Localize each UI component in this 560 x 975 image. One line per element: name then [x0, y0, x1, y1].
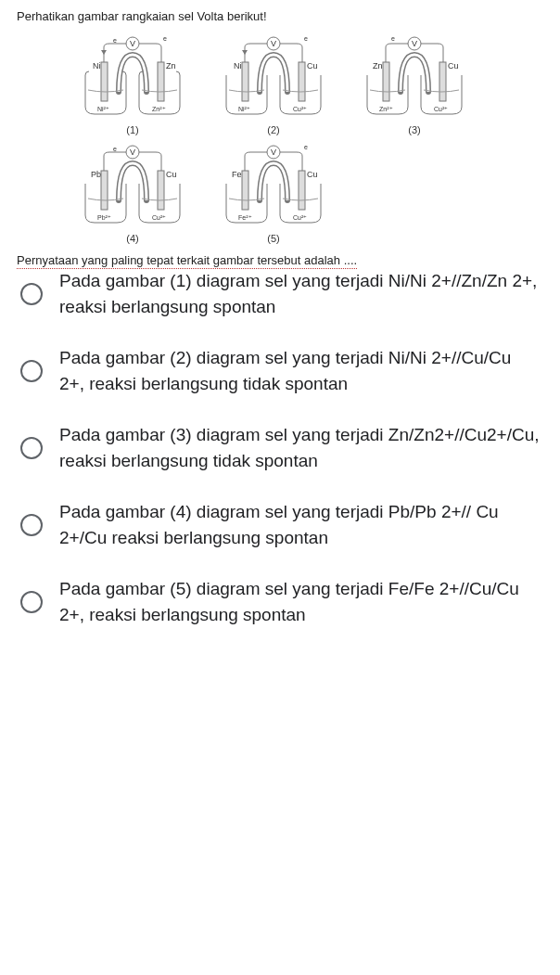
voltaic-cell-svg-3: V e Zn Cu Zn²⁺ Cu²⁺: [354, 34, 475, 122]
svg-text:V: V: [130, 39, 135, 48]
option-text: Pada gambar (4) diagram sel yang terjadi…: [59, 499, 540, 550]
svg-text:e: e: [304, 144, 308, 150]
voltaic-cell-svg-5: V e Fe Cu Fe²⁺ Cu²⁺: [213, 143, 334, 231]
svg-text:Fe²⁺: Fe²⁺: [238, 214, 252, 221]
svg-text:Cu: Cu: [307, 61, 318, 71]
svg-text:Cu²⁺: Cu²⁺: [152, 214, 166, 221]
option-text: Pada gambar (3) diagram sel yang terjadi…: [59, 422, 540, 473]
diagram-row-1: V e e Ni Zn Ni²⁺ Zn²⁺: [17, 34, 543, 135]
cell-label-1: (1): [126, 124, 138, 135]
cell-4: V e Pb Cu Pb²⁺ Cu²⁺ (4): [72, 143, 193, 244]
svg-text:Cu: Cu: [448, 61, 459, 71]
svg-text:Ni²⁺: Ni²⁺: [238, 106, 250, 112]
svg-text:V: V: [130, 148, 135, 157]
diagram-row-2: V e Pb Cu Pb²⁺ Cu²⁺ (4): [17, 143, 543, 244]
svg-rect-6: [158, 62, 164, 101]
svg-rect-15: [242, 62, 248, 101]
svg-text:Cu: Cu: [166, 170, 177, 179]
option-text: Pada gambar (1) diagram sel yang terjadi…: [59, 268, 540, 319]
answer-options: Pada gambar (1) diagram sel yang terjadi…: [17, 268, 543, 627]
svg-text:e: e: [163, 35, 167, 42]
svg-text:e: e: [113, 37, 117, 44]
svg-text:Zn²⁺: Zn²⁺: [379, 106, 393, 112]
svg-rect-33: [101, 171, 108, 210]
cell-1: V e e Ni Zn Ni²⁺ Zn²⁺: [72, 34, 193, 135]
cell-label-3: (3): [408, 124, 420, 135]
option-text: Pada gambar (5) diagram sel yang terjadi…: [59, 576, 540, 627]
radio-icon[interactable]: [20, 283, 43, 305]
svg-rect-42: [242, 171, 248, 210]
cell-2: V e Ni Cu Ni²⁺ Cu²⁺ (2): [213, 34, 334, 135]
option-1[interactable]: Pada gambar (1) diagram sel yang terjadi…: [20, 268, 540, 319]
radio-icon[interactable]: [20, 514, 43, 536]
svg-rect-43: [299, 171, 305, 210]
svg-text:e: e: [113, 146, 117, 152]
svg-marker-13: [242, 50, 248, 55]
svg-text:Fe: Fe: [232, 170, 242, 179]
instruction-text: Perhatikan gambar rangkaian sel Volta be…: [17, 9, 543, 23]
voltaic-cell-svg-4: V e Pb Cu Pb²⁺ Cu²⁺: [72, 143, 193, 231]
svg-text:e: e: [304, 35, 308, 42]
voltaic-cell-svg-2: V e Ni Cu Ni²⁺ Cu²⁺: [213, 34, 334, 122]
radio-icon[interactable]: [20, 437, 43, 459]
svg-text:Zn: Zn: [166, 61, 176, 71]
svg-rect-5: [101, 62, 108, 101]
svg-marker-2: [101, 50, 107, 55]
option-5[interactable]: Pada gambar (5) diagram sel yang terjadi…: [20, 576, 540, 627]
svg-text:Cu²⁺: Cu²⁺: [434, 106, 448, 112]
svg-rect-34: [158, 171, 164, 210]
option-text: Pada gambar (2) diagram sel yang terjadi…: [59, 345, 540, 396]
svg-text:Cu²⁺: Cu²⁺: [293, 106, 307, 112]
svg-text:Zn: Zn: [373, 61, 383, 71]
question-text: Pernyataan yang paling tepat terkait gam…: [17, 253, 357, 269]
svg-text:e: e: [391, 35, 395, 42]
svg-text:Ni: Ni: [93, 61, 101, 71]
svg-rect-24: [383, 62, 389, 101]
svg-text:Pb: Pb: [91, 170, 101, 179]
svg-text:Ni²⁺: Ni²⁺: [97, 106, 109, 112]
cell-5: V e Fe Cu Fe²⁺ Cu²⁺ (5): [213, 143, 334, 244]
svg-text:Cu²⁺: Cu²⁺: [293, 214, 307, 221]
svg-text:V: V: [271, 39, 276, 48]
cell-label-2: (2): [267, 124, 279, 135]
cell-label-5: (5): [267, 233, 279, 244]
radio-icon[interactable]: [20, 591, 43, 613]
svg-text:Pb²⁺: Pb²⁺: [97, 214, 111, 221]
svg-rect-16: [299, 62, 305, 101]
voltaic-cell-svg-1: V e e Ni Zn Ni²⁺ Zn²⁺: [72, 34, 193, 122]
svg-text:Cu: Cu: [307, 170, 318, 179]
svg-rect-25: [439, 62, 446, 101]
svg-text:Zn²⁺: Zn²⁺: [152, 106, 166, 112]
cell-3: V e Zn Cu Zn²⁺ Cu²⁺ (3): [354, 34, 475, 135]
option-3[interactable]: Pada gambar (3) diagram sel yang terjadi…: [20, 422, 540, 473]
radio-icon[interactable]: [20, 360, 43, 382]
svg-text:V: V: [271, 148, 276, 157]
cell-label-4: (4): [126, 233, 138, 244]
option-4[interactable]: Pada gambar (4) diagram sel yang terjadi…: [20, 499, 540, 550]
svg-text:V: V: [412, 39, 417, 48]
voltaic-cell-diagrams: V e e Ni Zn Ni²⁺ Zn²⁺: [17, 34, 543, 244]
option-2[interactable]: Pada gambar (2) diagram sel yang terjadi…: [20, 345, 540, 396]
svg-text:Ni: Ni: [234, 61, 242, 71]
